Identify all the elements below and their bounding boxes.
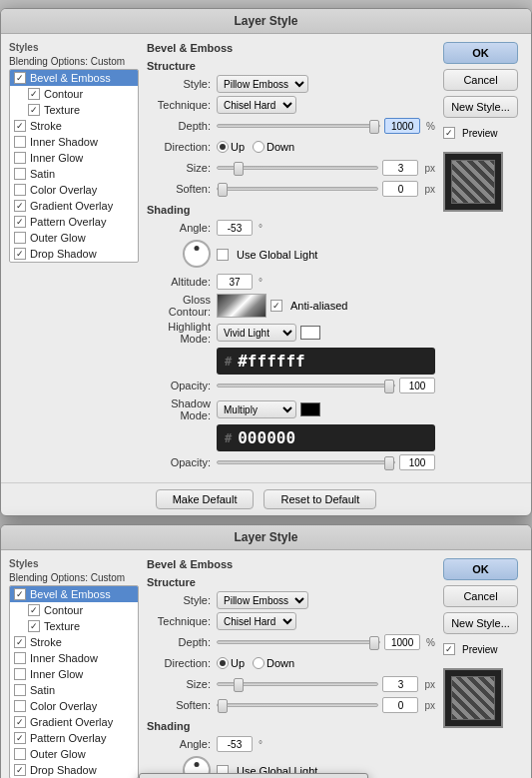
global-light-checkbox-1[interactable] [217,249,229,261]
cancel-button-1[interactable]: Cancel [443,69,518,91]
ok-button-2[interactable]: OK [443,558,518,580]
direction-up-1[interactable]: Up [217,141,245,153]
sidebar-item-satin-2[interactable]: Satin [10,682,138,698]
sidebar-item-stroke-1[interactable]: ✓ Stroke [10,118,138,134]
highlight-opacity-slider-1[interactable] [217,384,395,388]
color-overlay-checkbox-2[interactable] [14,700,26,712]
drop-shadow-checkbox-1[interactable]: ✓ [14,248,26,260]
size-input-2[interactable] [382,676,418,692]
shadow-color-swatch-1[interactable] [300,402,320,416]
radio-up-dot-2[interactable] [217,657,229,669]
contour-checkbox-2[interactable]: ✓ [28,604,40,616]
sidebar-item-outer-glow-2[interactable]: Outer Glow [10,746,138,762]
satin-checkbox-2[interactable] [14,684,26,696]
inner-shadow-checkbox-2[interactable] [14,652,26,664]
style-select-2[interactable]: Pillow Emboss [217,591,308,609]
soften-slider-2[interactable] [217,703,378,707]
sidebar-item-gradient-overlay-2[interactable]: ✓ Gradient Overlay [10,714,138,730]
color-overlay-checkbox-1[interactable] [14,184,26,196]
outer-glow-checkbox-1[interactable] [14,232,26,244]
layer-style-dialog-2: Layer Style Styles Blending Options: Cus… [0,524,532,778]
pattern-overlay-checkbox-1[interactable]: ✓ [14,216,26,228]
depth-input-1[interactable] [384,118,420,134]
reset-default-button-1[interactable]: Reset to Default [264,489,376,509]
bevel-emboss-checkbox-1[interactable]: ✓ [14,72,26,84]
size-input-1[interactable] [382,160,418,176]
preview-checkbox-2[interactable]: ✓ [443,643,455,655]
sidebar-item-drop-shadow-1[interactable]: ✓ Drop Shadow [10,246,138,262]
drop-shadow-checkbox-2[interactable]: ✓ [14,764,26,776]
altitude-row-1: Altitude: ° [147,273,435,291]
altitude-input-1[interactable] [217,274,253,290]
sidebar-item-color-overlay-1[interactable]: Color Overlay [10,182,138,198]
sidebar-item-texture-2[interactable]: ✓ Texture [10,618,138,634]
style-select-1[interactable]: Pillow Emboss [217,75,308,93]
texture-checkbox-2[interactable]: ✓ [28,620,40,632]
size-slider-2[interactable] [217,682,378,686]
highlight-mode-select-1[interactable]: Vivid Light [217,324,296,342]
depth-input-2[interactable] [384,634,420,650]
shadow-mode-select-1[interactable]: Multiply [217,400,296,418]
stroke-checkbox-2[interactable]: ✓ [14,636,26,648]
sidebar-item-pattern-overlay-1[interactable]: ✓ Pattern Overlay [10,214,138,230]
outer-glow-checkbox-2[interactable] [14,748,26,760]
depth-slider-2[interactable] [217,640,380,644]
shadow-opacity-input-1[interactable] [399,454,435,470]
contour-checkbox-1[interactable]: ✓ [28,88,40,100]
cancel-button-2[interactable]: Cancel [443,585,518,607]
inner-shadow-checkbox-1[interactable] [14,136,26,148]
highlight-opacity-input-1[interactable] [399,378,435,393]
gloss-contour-preview-1[interactable] [217,294,266,318]
technique-select-2[interactable]: Chisel Hard [217,612,296,630]
new-style-button-2[interactable]: New Style... [443,612,518,634]
inner-glow-checkbox-2[interactable] [14,668,26,680]
sidebar-item-inner-glow-2[interactable]: Inner Glow [10,666,138,682]
soften-slider-1[interactable] [217,187,378,191]
radio-down-dot-2[interactable] [253,657,265,669]
sidebar-item-bevel-emboss-2[interactable]: ✓ Bevel & Emboss [10,586,138,602]
sidebar-item-color-overlay-2[interactable]: Color Overlay [10,698,138,714]
technique-select-1[interactable]: Chisel Hard [217,96,296,114]
sidebar-item-inner-glow-1[interactable]: Inner Glow [10,150,138,166]
direction-down-1[interactable]: Down [253,141,294,153]
size-slider-1[interactable] [217,166,378,170]
radio-up-dot-1[interactable] [217,141,229,153]
gradient-overlay-checkbox-2[interactable]: ✓ [14,716,26,728]
inner-glow-checkbox-1[interactable] [14,152,26,164]
sidebar-item-outer-glow-1[interactable]: Outer Glow [10,230,138,246]
shadow-opacity-slider-1[interactable] [217,460,395,464]
angle-input-2[interactable] [217,736,253,752]
sidebar-item-satin-1[interactable]: Satin [10,166,138,182]
sidebar-item-contour-2[interactable]: ✓ Contour [10,602,138,618]
direction-up-2[interactable]: Up [217,657,245,669]
angle-circle-1[interactable] [183,240,211,268]
sidebar-item-inner-shadow-2[interactable]: Inner Shadow [10,650,138,666]
bevel-emboss-checkbox-2[interactable]: ✓ [14,588,26,600]
make-default-button-1[interactable]: Make Default [156,489,255,509]
ok-button-1[interactable]: OK [443,42,518,64]
soften-input-2[interactable] [382,697,418,713]
soften-input-1[interactable] [382,181,418,197]
radio-down-dot-1[interactable] [253,141,265,153]
texture-checkbox-1[interactable]: ✓ [28,104,40,116]
sidebar-item-inner-shadow-1[interactable]: Inner Shadow [10,134,138,150]
pattern-overlay-checkbox-2[interactable]: ✓ [14,732,26,744]
sidebar-item-contour-1[interactable]: ✓ Contour [10,86,138,102]
highlight-color-swatch-1[interactable] [300,326,320,340]
sidebar-item-gradient-overlay-1[interactable]: ✓ Gradient Overlay [10,198,138,214]
sidebar-item-bevel-emboss-1[interactable]: ✓ Bevel & Emboss [10,70,138,86]
direction-down-2[interactable]: Down [253,657,294,669]
sidebar-item-stroke-2[interactable]: ✓ Stroke [10,634,138,650]
gradient-overlay-checkbox-1[interactable]: ✓ [14,200,26,212]
gloss-contour-popup-2[interactable]: ⚙ [139,773,368,778]
satin-checkbox-1[interactable] [14,168,26,180]
depth-slider-1[interactable] [217,124,380,128]
preview-checkbox-1[interactable]: ✓ [443,127,455,139]
stroke-checkbox-1[interactable]: ✓ [14,120,26,132]
sidebar-item-texture-1[interactable]: ✓ Texture [10,102,138,118]
anti-aliased-checkbox-1[interactable]: ✓ [270,300,282,312]
sidebar-item-pattern-overlay-2[interactable]: ✓ Pattern Overlay [10,730,138,746]
sidebar-item-drop-shadow-2[interactable]: ✓ Drop Shadow [10,762,138,778]
new-style-button-1[interactable]: New Style... [443,96,518,118]
angle-input-1[interactable] [217,220,253,236]
